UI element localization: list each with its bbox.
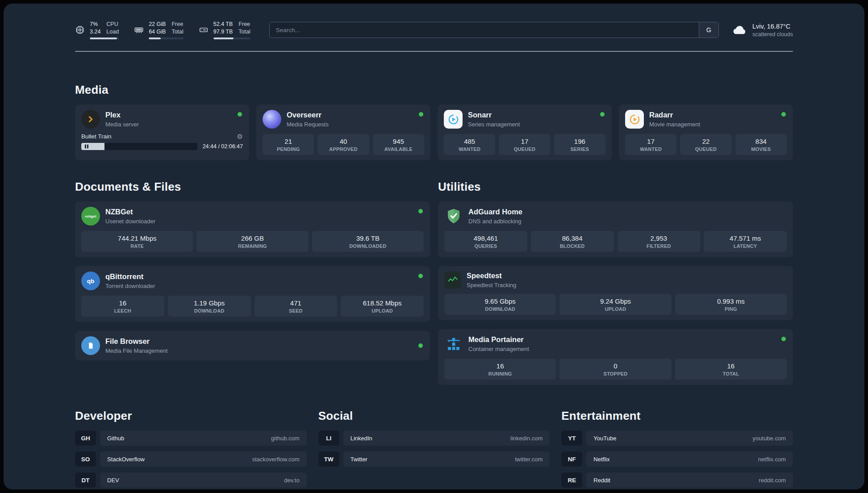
radarr-icon (625, 110, 644, 129)
stat-tile: 498,461 QUERIES (444, 231, 527, 252)
app-description: Usenet downloader (105, 218, 155, 225)
section-title-developer: Developer (75, 409, 307, 423)
app-description: Container management (468, 346, 529, 352)
stat-tile: 9.24 Gbps UPLOAD (559, 294, 671, 315)
stat-tile: 485 WANTED (444, 134, 495, 155)
youtube-icon: YT (561, 430, 582, 446)
section-title-media: Media (75, 83, 793, 97)
section-title-documents: Documents & Files (75, 180, 430, 194)
stat-tile: 16 LEECH (81, 296, 164, 317)
twitter-icon: TW (318, 451, 339, 467)
app-description: Speedtest Tracking (467, 282, 516, 288)
nzbget-icon: nzbget (81, 207, 100, 226)
playback-time: 24:44 / 02:06:47 (203, 143, 243, 150)
disk-free-label: Free (238, 21, 250, 28)
bookmark-name: Reddit (593, 477, 610, 484)
stat-tile: 196 SERIES (554, 134, 605, 155)
stat-value: 196 (556, 138, 604, 145)
disk-total-value: 97.9 TB (213, 28, 233, 36)
app-card-speedtest[interactable]: Speedtest Speedtest Tracking 9.65 Gbps D… (438, 266, 793, 320)
stat-label: QUEUED (501, 146, 548, 152)
ram-progress-bar (149, 38, 184, 39)
app-description: Media server (105, 121, 139, 128)
stat-tile: 1.19 Gbps DOWNLOAD (168, 296, 251, 317)
stat-value: 0 (561, 362, 669, 370)
gear-icon[interactable]: ⚙ (237, 133, 243, 140)
sonarr-icon (444, 110, 463, 129)
status-indicator (419, 112, 423, 117)
bookmark-dev[interactable]: DT DEV dev.to (75, 472, 307, 488)
stat-value: 16 (677, 362, 785, 370)
adguard-shield-icon (444, 207, 463, 226)
status-indicator (781, 112, 786, 117)
app-description: Movie management (649, 121, 700, 128)
portainer-crane-icon (444, 334, 463, 353)
app-name: Plex (105, 111, 139, 120)
stat-tile: 834 MOVIES (735, 134, 787, 155)
disk-free-value: 52.4 TB (213, 21, 233, 28)
stat-label: REMAINING (198, 243, 306, 249)
stat-value: 485 (446, 138, 493, 145)
app-name: qBittorrent (105, 272, 155, 281)
stat-label: UPLOAD (342, 308, 422, 313)
bookmark-name: LinkedIn (351, 435, 372, 442)
stat-tile: 471 SEED (255, 296, 338, 317)
bookmark-reddit[interactable]: RE Reddit reddit.com (561, 472, 793, 488)
cloud-icon (732, 23, 747, 37)
status-indicator (418, 343, 423, 348)
cpu-label: CPU (106, 21, 119, 28)
bookmark-netflix[interactable]: NF Netflix netflix.com (561, 451, 793, 467)
bookmark-linkedin[interactable]: LI LinkedIn linkedin.com (318, 430, 550, 446)
stat-label: PING (677, 306, 785, 312)
stat-tile: 744.21 Mbps RATE (81, 231, 193, 252)
stat-tile: 86,384 BLOCKED (531, 231, 614, 252)
stat-value: 17 (627, 138, 675, 145)
stat-tile: 47.571 ms LATENCY (704, 231, 787, 252)
app-name: File Browser (105, 337, 167, 346)
app-name: Speedtest (467, 272, 516, 280)
app-card-filebrowser[interactable]: File Browser Media File Management (75, 331, 430, 360)
stat-label: DOWNLOAD (170, 308, 249, 313)
app-card-adguard[interactable]: AdGuard Home DNS and adblocking 498,461 … (438, 201, 793, 257)
app-card-nzbget[interactable]: nzbget NZBGet Usenet downloader 744.21 M… (75, 201, 430, 257)
stat-label: DOWNLOAD (446, 306, 554, 312)
app-description: Media File Management (105, 347, 167, 354)
stat-value: 22 (682, 138, 730, 145)
bookmark-name: Netflix (593, 456, 609, 463)
section-entertainment: Entertainment YT YouTube youtube.com NF … (561, 409, 793, 489)
stat-value: 21 (264, 138, 312, 145)
app-description: Torrent downloader (105, 283, 155, 289)
app-card-radarr[interactable]: Radarr Movie management 17 WANTED 22 QUE… (619, 104, 793, 160)
bookmark-github[interactable]: GH Github github.com (75, 430, 307, 446)
stat-tile: 266 GB REMAINING (196, 231, 308, 252)
search-input[interactable] (270, 22, 699, 38)
app-name: Sonarr (468, 111, 520, 120)
app-card-overseerr[interactable]: Overseerr Media Requests 21 PENDING 40 A… (256, 104, 430, 160)
bookmark-url: stackoverflow.com (252, 456, 299, 463)
app-card-qbittorrent[interactable]: qb qBittorrent Torrent downloader 16 LEE… (75, 266, 430, 322)
app-card-portainer[interactable]: Media Portainer Container management 16 … (438, 329, 793, 385)
app-card-plex[interactable]: Plex Media server Bullet Train ⚙ 24:44 /… (75, 104, 249, 160)
stat-value: 9.24 Gbps (561, 297, 669, 305)
stat-tile: 618.52 Mbps UPLOAD (341, 296, 424, 317)
section-title-entertainment: Entertainment (561, 409, 793, 423)
search-bar: G (269, 22, 719, 38)
stat-label: QUEUED (682, 146, 730, 152)
pause-icon[interactable] (85, 145, 88, 149)
stat-value: 39.6 TB (314, 234, 422, 242)
stat-value: 9.65 Gbps (446, 297, 554, 305)
stat-label: UPLOAD (561, 306, 669, 312)
stat-label: LATENCY (705, 243, 785, 249)
stat-value: 834 (737, 138, 785, 145)
overseerr-icon (263, 110, 281, 129)
stat-label: SEED (256, 308, 336, 313)
search-engine-button[interactable]: G (699, 22, 718, 38)
cpu-load-label: Load (106, 28, 119, 36)
bookmark-twitter[interactable]: TW Twitter twitter.com (318, 451, 550, 467)
section-utilities: Utilities AdGuard Home (438, 180, 793, 385)
bookmark-youtube[interactable]: YT YouTube youtube.com (561, 430, 793, 446)
bookmark-name: StackOverflow (107, 456, 145, 463)
disk-metric: 52.4 TB 97.9 TB Free Total (199, 21, 250, 39)
bookmark-stackoverflow[interactable]: SO StackOverflow stackoverflow.com (75, 451, 307, 467)
app-card-sonarr[interactable]: Sonarr Series management 485 WANTED 17 Q… (438, 104, 612, 160)
